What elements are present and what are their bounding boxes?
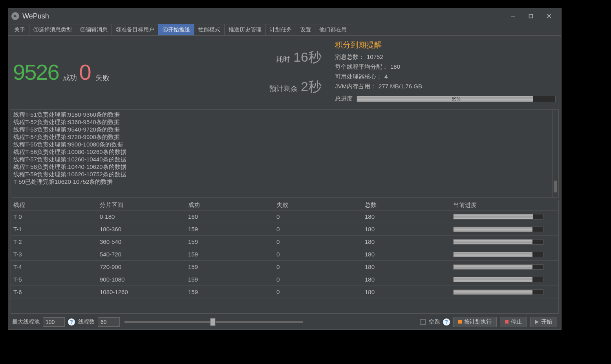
log-line: 线程T-54负责处理第:9720-9900条的数据: [13, 134, 556, 141]
app-window: WePush 关于①选择消息类型②编辑消息③准备目标用户④开始推送性能模式推送历…: [8, 8, 562, 330]
max-pool-label: 最大线程池: [12, 318, 40, 326]
table-cell: 159: [186, 289, 274, 295]
log-line: 线程T-52负责处理第:9360-9540条的数据: [13, 119, 556, 126]
jvm-label: JVM内存占用: [335, 83, 376, 90]
table-cell: 159: [186, 226, 274, 232]
close-button[interactable]: [540, 10, 558, 22]
table-row[interactable]: T-00-1801600180: [11, 210, 558, 223]
table-cell: 180: [362, 226, 451, 232]
table-cell: 180: [362, 238, 451, 245]
table-cell: 540-720: [97, 251, 186, 258]
log-line: 线程T-55负责处理第:9900-10080条的数据: [13, 141, 556, 148]
log-line: T-59已处理完第10620-10752条的数据: [13, 178, 556, 186]
help-icon[interactable]: ?: [68, 318, 75, 326]
overall-progress-label: 总进度: [335, 95, 353, 102]
tab-3[interactable]: ③准备目标用户: [112, 24, 159, 35]
overall-progress-bar: 89%: [357, 96, 556, 102]
tab-6[interactable]: 推送历史管理: [224, 24, 266, 35]
table-cell: 0: [274, 226, 362, 232]
minimize-button[interactable]: [504, 10, 522, 22]
col-header[interactable]: 分片区间: [97, 201, 186, 209]
avg-thread-label: 每个线程平均分配: [335, 63, 388, 71]
tab-9[interactable]: 他们都在用: [315, 24, 351, 35]
log-output[interactable]: 线程T-51负责处理第:9180-9360条的数据线程T-52负责处理第:936…: [11, 109, 559, 198]
app-logo-icon: [11, 12, 19, 20]
thread-count-label: 线程数: [78, 318, 95, 326]
cpu-cores-value: 4: [384, 73, 388, 80]
scrollbar-thumb[interactable]: [554, 181, 557, 192]
elapsed-value: 16秒: [293, 48, 322, 66]
row-progress-bar: [453, 277, 543, 282]
thread-slider[interactable]: [124, 321, 303, 323]
table-cell: 360-540: [97, 238, 186, 245]
row-progress-bar: [453, 227, 543, 232]
tab-5[interactable]: 性能模式: [194, 24, 225, 35]
table-cell: 180-360: [97, 226, 186, 232]
row-progress-cell: [451, 277, 558, 282]
log-scrollbar[interactable]: [552, 110, 558, 197]
row-progress-cell: [451, 252, 558, 257]
table-cell: T-5: [11, 276, 97, 283]
schedule-button[interactable]: 按计划执行: [453, 317, 497, 327]
slider-handle[interactable]: [210, 318, 216, 326]
total-msgs-value: 10752: [367, 53, 383, 61]
table-cell: 180: [362, 251, 451, 258]
max-pool-input[interactable]: [43, 317, 65, 327]
col-header[interactable]: 失败: [274, 201, 362, 209]
col-header[interactable]: 总数: [362, 201, 451, 209]
col-header[interactable]: 线程: [11, 201, 97, 209]
table-row[interactable]: T-4720-9001590180: [11, 261, 558, 273]
tab-4[interactable]: ④开始推送: [158, 24, 194, 35]
overall-progress-text: 89%: [452, 97, 460, 101]
schedule-icon: [458, 320, 462, 324]
stop-button[interactable]: 停止: [500, 317, 527, 327]
tab-bar: 关于①选择消息类型②编辑消息③准备目标用户④开始推送性能模式推送历史管理计划任务…: [8, 24, 561, 36]
timing-panel: 耗时 16秒 预计剩余 2秒: [140, 36, 329, 108]
table-cell: T-3: [11, 251, 97, 258]
thread-count-input[interactable]: [98, 317, 120, 327]
tab-2[interactable]: ②编辑消息: [76, 24, 112, 35]
table-row[interactable]: T-5900-10801590180: [11, 273, 558, 286]
table-cell: 720-900: [97, 263, 186, 270]
log-line: 线程T-57负责处理第:10260-10440条的数据: [13, 156, 556, 163]
row-progress-cell: [451, 214, 558, 219]
avg-thread-value: 180: [390, 63, 400, 71]
log-line: 线程T-58负责处理第:10440-10620条的数据: [13, 163, 556, 171]
col-header[interactable]: 成功: [186, 201, 274, 209]
stop-button-label: 停止: [511, 318, 522, 326]
table-cell: 159: [186, 276, 274, 283]
table-row[interactable]: T-2360-5401590180: [11, 236, 558, 248]
table-cell: 0: [274, 289, 362, 295]
table-cell: T-1: [11, 226, 97, 232]
stop-icon: [505, 320, 509, 324]
help-icon[interactable]: ?: [443, 318, 450, 326]
table-row[interactable]: T-1180-3601590180: [11, 223, 558, 236]
success-label: 成功: [63, 73, 77, 82]
table-row[interactable]: T-61080-12601590180: [11, 286, 558, 298]
tab-8[interactable]: 设置: [296, 24, 315, 35]
table-cell: 159: [186, 251, 274, 258]
start-button[interactable]: 开始: [530, 317, 557, 327]
remaining-value: 2秒: [301, 78, 322, 96]
info-title: 积分到期提醒: [335, 40, 556, 50]
tab-1[interactable]: ①选择消息类型: [29, 24, 76, 35]
table-cell: 900-1080: [97, 276, 186, 283]
maximize-button[interactable]: [522, 10, 540, 22]
row-progress-cell: [451, 239, 558, 245]
thread-table: 线程分片区间成功失败总数当前进度 T-00-1801600180T-1180-3…: [11, 200, 559, 314]
tab-7[interactable]: 计划任务: [265, 24, 296, 35]
tab-0[interactable]: 关于: [10, 24, 29, 35]
dryrun-checkbox[interactable]: [420, 319, 426, 325]
col-header[interactable]: 当前进度: [451, 201, 558, 209]
row-progress-bar: [453, 264, 543, 270]
table-row[interactable]: T-3540-7201590180: [11, 248, 558, 261]
table-cell: 0: [274, 251, 362, 258]
row-progress-bar: [453, 289, 543, 295]
fail-count: 0: [79, 59, 91, 85]
table-cell: 1080-1260: [97, 289, 186, 295]
start-button-label: 开始: [541, 318, 552, 326]
table-cell: 0: [274, 238, 362, 245]
table-cell: 180: [362, 213, 451, 220]
table-cell: T-4: [11, 263, 97, 270]
svg-rect-2: [529, 15, 533, 18]
